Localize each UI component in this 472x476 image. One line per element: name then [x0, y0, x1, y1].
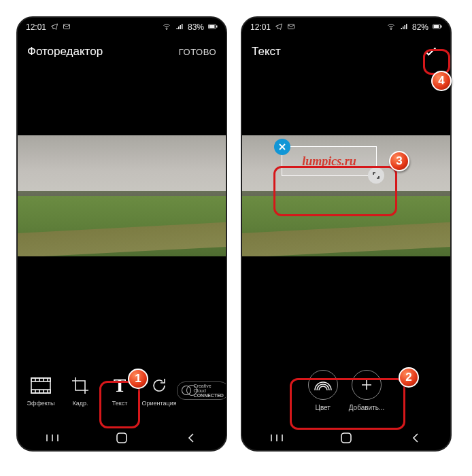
status-time: 12:01 — [26, 22, 46, 32]
wifi-icon — [162, 22, 171, 33]
app-header: Текст — [242, 37, 450, 67]
tool-label: Эффекты — [23, 400, 58, 407]
wifi-icon — [386, 22, 396, 33]
tool-add[interactable]: Добавить... — [349, 370, 385, 411]
tool-effects[interactable]: Эффекты — [23, 374, 58, 407]
photo — [18, 135, 226, 256]
svg-rect-24 — [434, 25, 439, 28]
tool-color[interactable]: Цвет — [308, 370, 338, 411]
cc-logo-icon — [182, 386, 191, 395]
photo: lumpics.ru — [242, 135, 450, 256]
rotate-icon — [148, 374, 171, 397]
svg-rect-20 — [288, 24, 294, 29]
phone-left: 12:01 83% — [16, 16, 227, 452]
nav-recent[interactable] — [269, 430, 284, 445]
nav-back[interactable] — [184, 430, 199, 445]
svg-rect-4 — [209, 25, 215, 28]
telegram-icon — [275, 22, 283, 33]
bottom-toolbar: Эффекты Кадр. T Текст Ориентация — [18, 362, 226, 419]
svg-rect-19 — [117, 433, 127, 443]
status-battery: 82% — [412, 22, 428, 32]
page-title: Фоторедактор — [27, 45, 103, 58]
tool-label: Добавить... — [349, 404, 385, 411]
overlay-resize-handle[interactable] — [368, 167, 384, 184]
tool-text[interactable]: T Текст — [102, 374, 137, 407]
svg-rect-0 — [64, 24, 70, 29]
status-battery: 83% — [188, 22, 204, 32]
battery-icon — [433, 22, 442, 32]
crop-icon — [69, 374, 92, 397]
android-navbar — [18, 426, 226, 450]
app-header: Фоторедактор ГОТОВО — [18, 37, 226, 67]
battery-icon — [208, 22, 218, 32]
photo-canvas[interactable]: lumpics.ru — [242, 67, 450, 325]
svg-point-1 — [166, 29, 167, 29]
telegram-icon — [50, 22, 58, 33]
status-bar: 12:01 82% — [242, 18, 450, 37]
text-overlay[interactable]: lumpics.ru — [282, 146, 377, 176]
svg-rect-3 — [216, 26, 218, 28]
svg-point-21 — [390, 29, 391, 29]
tool-label: Кадр. — [63, 400, 98, 407]
tool-label: Текст — [102, 400, 137, 407]
message-icon — [63, 22, 71, 33]
tool-label: Ориентация — [141, 400, 177, 407]
text-icon: T — [108, 374, 131, 397]
tool-crop[interactable]: Кадр. — [63, 374, 98, 407]
cc-line2: CONNECTED — [194, 393, 224, 398]
svg-rect-30 — [341, 433, 351, 443]
bottom-toolbar: Цвет Добавить... — [242, 362, 450, 419]
phone-right: 12:01 82% — [241, 16, 452, 452]
nav-home[interactable] — [114, 430, 129, 445]
done-button[interactable]: ГОТОВО — [179, 47, 216, 57]
overlay-close-button[interactable] — [274, 139, 290, 155]
rainbow-icon — [308, 370, 338, 400]
android-navbar — [242, 426, 450, 450]
text-overlay-value: lumpics.ru — [302, 154, 356, 169]
page-title: Текст — [252, 45, 281, 58]
nav-home[interactable] — [339, 430, 354, 445]
status-time: 12:01 — [250, 22, 271, 32]
message-icon — [287, 22, 295, 33]
confirm-button[interactable] — [420, 41, 441, 62]
filmstrip-icon — [29, 374, 52, 397]
cc-line1: Creative Cloud — [194, 384, 224, 393]
nav-back[interactable] — [408, 430, 423, 445]
svg-rect-23 — [441, 26, 442, 28]
signal-icon — [400, 22, 408, 33]
creative-cloud-badge[interactable]: Creative Cloud CONNECTED — [177, 381, 227, 400]
signal-icon — [175, 22, 184, 33]
tool-label: Цвет — [316, 404, 331, 411]
photo-canvas[interactable] — [18, 67, 226, 325]
nav-recent[interactable] — [45, 430, 60, 445]
status-bar: 12:01 83% — [18, 18, 226, 37]
tool-orientation[interactable]: Ориентация — [141, 374, 177, 407]
plus-icon — [352, 370, 382, 400]
